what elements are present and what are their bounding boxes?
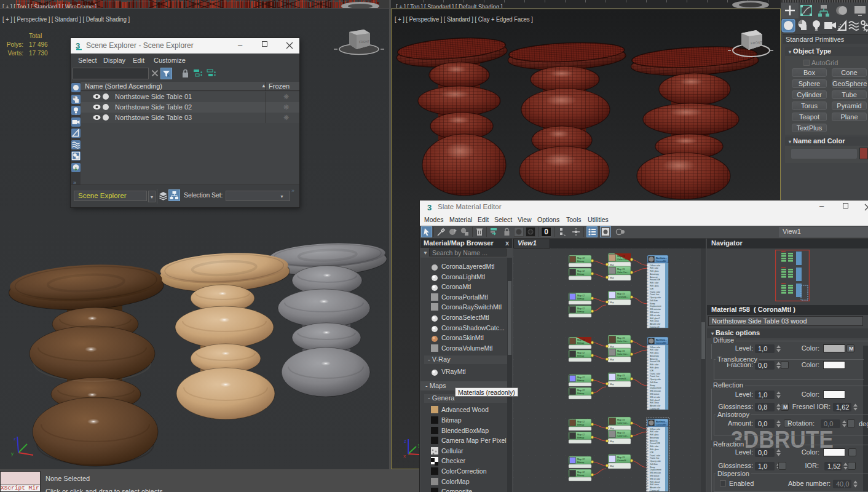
svg-text:Self-illum: Self-illum [650, 463, 658, 466]
svg-text:Refr. color: Refr. color [650, 363, 659, 366]
svg-text:Refl. aniso: Refl. aniso [650, 320, 660, 322]
svg-text:Opacity color: Opacity color [650, 296, 661, 299]
svg-text:Anisotropy: Anisotropy [650, 273, 660, 276]
svg-text:Fresnel IOR: Fresnel IOR [650, 279, 661, 281]
svg-text:Map: Map [610, 359, 614, 361]
svg-text:Map: Map [610, 264, 614, 266]
svg-text:Bitmap: Bitmap [577, 342, 584, 344]
svg-text:Absorb color: Absorb color [650, 486, 661, 489]
svg-text:Color Cor...: Color Cor... [617, 435, 628, 437]
svg-text:Map #2: Map #2 [577, 339, 585, 341]
svg-text:Color Cor...: Color Cor... [617, 422, 628, 424]
svg-text:Self-illum: Self-illum [650, 381, 658, 384]
svg-text:CoronaMtl: CoronaMtl [656, 424, 666, 426]
svg-text:Opacity color: Opacity color [650, 378, 661, 381]
svg-text:Map #3: Map #3 [617, 255, 625, 258]
svg-text:Fresnel IOR: Fresnel IOR [650, 442, 661, 445]
svg-text:Bump: Bump [650, 384, 655, 387]
svg-text:Absorb color: Absorb color [650, 323, 661, 325]
svg-text:Displacement: Displacement [650, 387, 661, 389]
svg-text:Refl. gloss: Refl. gloss [650, 270, 660, 272]
svg-text:Bitmap: Bitmap [577, 424, 584, 426]
svg-text:Map #2: Map #2 [577, 458, 585, 461]
svg-text:Refr. gloss: Refr. gloss [650, 285, 660, 287]
svg-text:IOR: IOR [650, 451, 654, 454]
svg-text:Refl. gloss: Refl. gloss [650, 352, 660, 354]
svg-text:Map #2: Map #2 [577, 389, 585, 392]
svg-text:Transl. color: Transl. color [650, 291, 660, 293]
svg-text:Map: Map [610, 465, 614, 467]
svg-text:Map #3: Map #3 [617, 350, 625, 352]
svg-text:Fresnel IOR: Fresnel IOR [650, 360, 661, 363]
svg-text:Bitmap: Bitmap [577, 355, 584, 357]
svg-text:Refl. aniso: Refl. aniso [650, 402, 660, 404]
svg-text:CoronaN...: CoronaN... [617, 459, 628, 462]
svg-text:IES emission: IES emission [650, 472, 661, 474]
svg-text:Map #3: Map #3 [617, 456, 625, 459]
svg-text:Diffuse color: Diffuse color [650, 346, 661, 349]
svg-text:CoronaMtl: CoronaMtl [656, 342, 666, 344]
svg-text:Diffuse color: Diffuse color [650, 264, 661, 267]
svg-text:Bitmap: Bitmap [577, 298, 584, 300]
svg-text:Color Cor...: Color Cor... [617, 258, 628, 261]
svg-text:CoronaN...: CoronaN... [617, 296, 628, 298]
svg-text:Refr. color: Refr. color [650, 282, 659, 284]
svg-text:Map #2: Map #2 [577, 434, 585, 436]
svg-text:FRONT: FRONT [359, 39, 370, 44]
svg-text:Map: Map [610, 346, 614, 348]
svg-text:Map: Map [610, 427, 614, 430]
svg-text:Northsto...: Northsto... [656, 257, 667, 260]
svg-text:Absorb color: Absorb color [650, 405, 661, 407]
svg-text:IES rot color: IES rot color [650, 314, 661, 317]
svg-text:Bitmap: Bitmap [577, 392, 584, 395]
svg-text:IES emission: IES emission [650, 308, 661, 311]
svg-text:Corona refl: Corona refl [650, 490, 660, 492]
svg-text:Bitmap: Bitmap [577, 311, 584, 313]
svg-text:Bitmap: Bitmap [577, 260, 584, 263]
svg-text:Bitmap: Bitmap [577, 461, 584, 464]
svg-text:x: x [403, 453, 406, 459]
svg-text:Refl. color: Refl. color [650, 267, 659, 269]
svg-text:Map #3: Map #3 [617, 337, 625, 339]
svg-text:Anisotropy: Anisotropy [650, 355, 660, 357]
svg-text:Aniso rot.: Aniso rot. [650, 276, 658, 279]
svg-text:Refl. color: Refl. color [650, 430, 659, 433]
svg-text:Aniso rot.: Aniso rot. [650, 358, 658, 360]
svg-text:Aniso rot.: Aniso rot. [650, 440, 658, 442]
svg-text:Map #2: Map #2 [577, 421, 585, 423]
svg-text:CoronaN...: CoronaN... [617, 378, 628, 380]
svg-text:Bump: Bump [650, 466, 655, 469]
svg-text:Color Cor...: Color Cor... [617, 340, 628, 343]
svg-text:Refl. gloss2: Refl. gloss2 [650, 317, 660, 320]
svg-text:Map: Map [610, 277, 614, 279]
svg-text:Bump: Bump [650, 303, 655, 305]
svg-text:Bitmap: Bitmap [577, 437, 584, 439]
svg-text:Transl. frac: Transl. frac [650, 457, 660, 459]
svg-text:z: z [14, 436, 16, 442]
svg-text:3: 3 [427, 203, 432, 212]
svg-text:Refr. gloss: Refr. gloss [650, 448, 660, 451]
svg-text:Diffuse color: Diffuse color [650, 428, 661, 430]
svg-text:IES emission: IES emission [650, 390, 661, 392]
svg-text:Map #2: Map #2 [577, 257, 585, 260]
svg-text:IOR: IOR [650, 288, 654, 290]
svg-text:Bitmap: Bitmap [577, 273, 584, 276]
svg-text:Opacity color: Opacity color [650, 460, 661, 462]
svg-text:Bitmap: Bitmap [577, 474, 584, 477]
svg-text:Map #2: Map #2 [577, 352, 585, 354]
svg-text:Color Cor...: Color Cor... [617, 271, 628, 274]
svg-text:IES rot color: IES rot color [650, 478, 661, 480]
svg-text:Refl. color: Refl. color [650, 349, 659, 351]
svg-text:Transl. color: Transl. color [650, 454, 660, 457]
svg-text:Map: Map [610, 440, 614, 443]
svg-text:Map #3: Map #3 [617, 419, 625, 421]
svg-text:Map #2: Map #2 [577, 376, 585, 379]
svg-text:Northsto...: Northsto... [656, 421, 667, 423]
svg-text:Map #3: Map #3 [617, 375, 625, 377]
svg-text:Map #2: Map #2 [577, 295, 585, 297]
svg-text:IES texture: IES texture [650, 393, 660, 395]
svg-text:Corona refl: Corona refl [650, 326, 660, 328]
svg-text:Map #3: Map #3 [617, 293, 625, 295]
svg-text:Map #2: Map #2 [577, 471, 585, 474]
svg-text:Transl. color: Transl. color [650, 373, 660, 375]
